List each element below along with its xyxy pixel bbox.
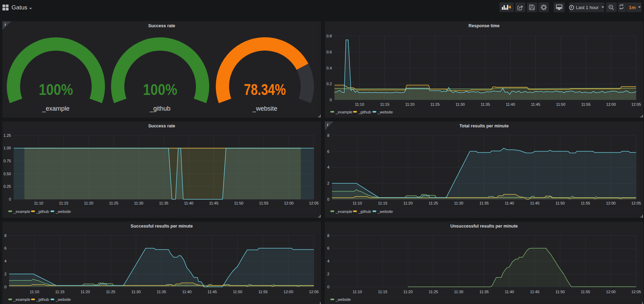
- svg-text:11:10: 11:10: [353, 290, 362, 294]
- svg-text:11:40: 11:40: [505, 201, 514, 205]
- svg-text:_website: _website: [56, 297, 71, 302]
- svg-text:6: 6: [327, 246, 329, 250]
- svg-text:0: 0: [9, 197, 11, 201]
- svg-text:2: 2: [4, 272, 6, 276]
- svg-text:1.00: 1.00: [3, 146, 11, 150]
- svg-text:11:15: 11:15: [378, 201, 387, 205]
- svg-text:_website: _website: [56, 209, 71, 214]
- svg-text:11:15: 11:15: [378, 290, 387, 294]
- svg-text:0.2: 0.2: [327, 82, 332, 86]
- svg-text:11:50: 11:50: [555, 290, 565, 294]
- svg-text:8: 8: [4, 233, 6, 238]
- svg-text:8: 8: [327, 233, 329, 238]
- svg-text:11:10: 11:10: [355, 102, 364, 106]
- svg-text:11:25: 11:25: [109, 201, 118, 205]
- svg-text:11:55: 11:55: [581, 102, 591, 106]
- svg-text:12:00: 12:00: [606, 290, 616, 294]
- svg-text:Response time: Response time: [469, 23, 500, 28]
- svg-text:11:25: 11:25: [430, 102, 440, 106]
- svg-text:_website: _website: [378, 209, 393, 214]
- svg-text:11:30: 11:30: [134, 201, 144, 205]
- svg-text:0.25: 0.25: [3, 184, 11, 188]
- svg-text:11:30: 11:30: [454, 201, 463, 205]
- svg-text:12:00: 12:00: [606, 102, 616, 106]
- svg-text:11:55: 11:55: [581, 201, 590, 205]
- svg-text:11:50: 11:50: [555, 201, 565, 205]
- svg-text:100%: 100%: [39, 81, 73, 98]
- svg-text:11:25: 11:25: [106, 290, 115, 294]
- svg-text:11:40: 11:40: [182, 290, 192, 294]
- svg-text:_example: _example: [13, 209, 30, 214]
- svg-text:Success rate: Success rate: [148, 124, 175, 128]
- svg-text:11:30: 11:30: [454, 290, 463, 294]
- svg-text:11:20: 11:20: [403, 290, 413, 294]
- svg-text:2: 2: [327, 181, 329, 185]
- svg-text:6: 6: [327, 149, 329, 154]
- svg-text:_github: _github: [358, 110, 371, 114]
- svg-text:11:35: 11:35: [157, 290, 166, 294]
- svg-text:12:05: 12:05: [309, 201, 319, 205]
- svg-text:0.50: 0.50: [3, 172, 11, 176]
- svg-text:11:25: 11:25: [429, 201, 438, 205]
- svg-text:0: 0: [330, 98, 332, 102]
- svg-text:2: 2: [327, 272, 329, 276]
- svg-text:_website: _website: [252, 105, 277, 112]
- svg-text:11:40: 11:40: [184, 201, 193, 205]
- svg-text:Total results per minute: Total results per minute: [460, 124, 509, 128]
- svg-text:11:45: 11:45: [530, 290, 540, 294]
- svg-text:11:40: 11:40: [506, 102, 515, 106]
- svg-text:11:10: 11:10: [353, 201, 362, 205]
- svg-text:11:15: 11:15: [380, 102, 389, 106]
- svg-text:_example: _example: [335, 209, 352, 214]
- svg-text:11:50: 11:50: [556, 102, 565, 106]
- svg-text:11:40: 11:40: [505, 290, 514, 294]
- svg-text:11:15: 11:15: [59, 201, 68, 205]
- svg-text:_example: _example: [13, 297, 30, 302]
- svg-text:_example: _example: [335, 110, 352, 114]
- svg-text:_github: _github: [36, 297, 49, 302]
- svg-text:11:20: 11:20: [405, 102, 415, 106]
- svg-text:11:35: 11:35: [159, 201, 168, 205]
- svg-text:0.8: 0.8: [327, 34, 332, 38]
- svg-text:11:20: 11:20: [403, 201, 413, 205]
- svg-text:8: 8: [327, 133, 329, 138]
- svg-text:11:35: 11:35: [481, 102, 490, 106]
- svg-text:11:45: 11:45: [530, 201, 540, 205]
- svg-text:0.75: 0.75: [3, 159, 11, 163]
- svg-text:_example: _example: [42, 105, 69, 112]
- svg-text:11:30: 11:30: [131, 290, 141, 294]
- svg-text:6: 6: [4, 246, 6, 250]
- svg-text:_github: _github: [149, 105, 170, 112]
- svg-text:4: 4: [327, 259, 329, 263]
- svg-text:_website: _website: [335, 297, 351, 302]
- svg-text:11:25: 11:25: [429, 290, 438, 294]
- svg-text:Success rate: Success rate: [148, 23, 175, 28]
- svg-text:11:20: 11:20: [84, 201, 94, 205]
- svg-text:Unsuccessful results per minut: Unsuccessful results per minute: [450, 224, 518, 229]
- svg-text:12:05: 12:05: [309, 290, 319, 294]
- svg-text:0.4: 0.4: [327, 66, 332, 70]
- svg-text:11:30: 11:30: [455, 102, 465, 106]
- svg-text:_github: _github: [358, 209, 371, 214]
- svg-text:0: 0: [327, 285, 329, 289]
- svg-text:12:05: 12:05: [631, 102, 641, 106]
- svg-text:11:55: 11:55: [581, 290, 590, 294]
- svg-text:11:55: 11:55: [258, 290, 268, 294]
- svg-text:11:55: 11:55: [259, 201, 269, 205]
- svg-text:_github: _github: [36, 209, 49, 214]
- svg-text:12:00: 12:00: [606, 201, 616, 205]
- svg-text:4: 4: [327, 165, 329, 169]
- svg-text:11:35: 11:35: [480, 290, 489, 294]
- svg-text:12:00: 12:00: [284, 290, 293, 294]
- svg-text:11:45: 11:45: [209, 201, 219, 205]
- svg-text:12:05: 12:05: [631, 290, 641, 294]
- svg-text:12:05: 12:05: [631, 201, 641, 205]
- svg-text:11:50: 11:50: [233, 290, 242, 294]
- svg-text:Successful results per minute: Successful results per minute: [131, 224, 193, 229]
- svg-text:0: 0: [4, 285, 6, 289]
- svg-text:11:45: 11:45: [531, 102, 540, 106]
- svg-text:12:00: 12:00: [284, 201, 294, 205]
- svg-text:11:10: 11:10: [34, 201, 43, 205]
- svg-text:11:10: 11:10: [30, 290, 39, 294]
- svg-text:100%: 100%: [143, 81, 177, 98]
